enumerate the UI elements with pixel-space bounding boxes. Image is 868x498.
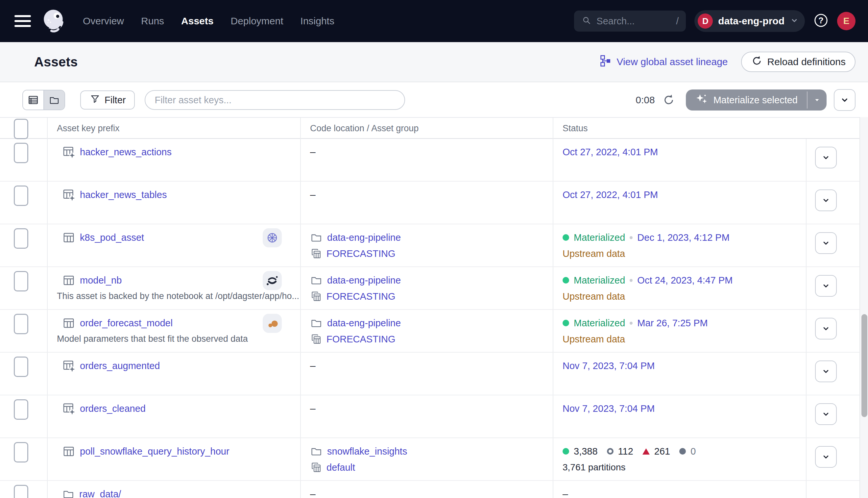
row-checkbox[interactable] — [14, 314, 28, 334]
hamburger-menu-icon[interactable] — [14, 15, 31, 27]
materialize-selected-button[interactable]: Materialize selected — [686, 90, 827, 110]
row-checkbox[interactable] — [14, 485, 28, 498]
expand-row-button[interactable] — [815, 189, 837, 211]
asset-key-link[interactable]: hacker_news_actions — [80, 147, 172, 158]
code-location-cell: – — [301, 353, 553, 395]
upstream-data-label: Upstream data — [563, 334, 625, 345]
view-global-asset-lineage-link[interactable]: View global asset lineage — [599, 54, 727, 70]
code-location-link[interactable]: data-eng-pipeline — [327, 318, 401, 329]
materialized-label: Materialized — [574, 275, 625, 286]
asset-key-link[interactable]: order_forecast_model — [80, 318, 173, 329]
asset-key-cell: k8s_pod_asset — [48, 224, 301, 266]
scrollbar-track[interactable] — [859, 117, 868, 498]
asset-group-link[interactable]: FORECASTING — [326, 291, 395, 302]
nav-item-runs[interactable]: Runs — [141, 15, 164, 27]
asset-key-link[interactable]: raw_data/ — [79, 489, 121, 498]
row-checkbox[interactable] — [14, 143, 28, 163]
status-line: MaterializedOct 24, 2023, 4:47 PM — [563, 272, 806, 289]
partitions-total-line: 3,761 partitions — [563, 460, 806, 475]
asset-key-link[interactable]: orders_augmented — [80, 361, 160, 371]
materialize-options-caret[interactable] — [807, 90, 827, 110]
asset-group-link[interactable]: FORECASTING — [326, 334, 395, 345]
expand-row-button[interactable] — [815, 147, 837, 168]
chevron-down-icon — [790, 16, 799, 26]
reload-definitions-button[interactable]: Reload definitions — [741, 52, 856, 72]
status-line: Oct 27, 2022, 4:01 PM — [563, 143, 806, 160]
row-select-cell — [0, 438, 48, 480]
status-cell: Oct 27, 2022, 4:01 PM — [553, 182, 806, 224]
status-cell: Nov 7, 2023, 7:04 PM — [553, 353, 806, 395]
expand-row-button[interactable] — [815, 446, 837, 468]
dagster-logo-icon[interactable] — [38, 6, 68, 36]
deployment-switcher[interactable]: D data-eng-prod — [694, 10, 805, 32]
partition-count: 0 — [691, 446, 696, 457]
asset-key-link[interactable]: orders_cleaned — [80, 403, 146, 414]
materialization-timestamp-link[interactable]: Dec 1, 2023, 4:12 PM — [637, 232, 730, 243]
materialization-timestamp-link[interactable]: Oct 27, 2022, 4:01 PM — [563, 189, 658, 200]
partition-counts-line: 3,3881122610 — [563, 443, 806, 460]
nav-item-assets[interactable]: Assets — [181, 15, 213, 27]
expand-row-button[interactable] — [815, 361, 837, 382]
status-line: MaterializedDec 1, 2023, 4:12 PM — [563, 229, 806, 246]
search-placeholder: Search... — [597, 16, 635, 27]
materialization-timestamp-link[interactable]: Oct 24, 2023, 4:47 PM — [637, 275, 733, 286]
asset-group-link[interactable]: default — [326, 462, 355, 473]
expand-row-button[interactable] — [815, 232, 837, 254]
collapse-all-button[interactable] — [834, 89, 855, 111]
materialization-timestamp-link[interactable]: Mar 26, 7:25 PM — [637, 318, 708, 329]
view-mode-toggle — [22, 90, 65, 110]
folder-view-button[interactable] — [43, 90, 65, 109]
row-checkbox[interactable] — [14, 442, 28, 462]
code-location-link[interactable]: data-eng-pipeline — [327, 275, 401, 286]
status-note-line: Upstream data — [563, 289, 806, 304]
expand-row-button[interactable] — [815, 275, 837, 297]
empty-value: – — [310, 186, 553, 203]
row-checkbox[interactable] — [14, 228, 28, 249]
materialization-timestamp-link[interactable]: Nov 7, 2023, 7:04 PM — [563, 361, 655, 371]
row-checkbox[interactable] — [14, 271, 28, 291]
assets-table: Asset key prefixCode location / Asset gr… — [0, 117, 859, 498]
row-checkbox[interactable] — [14, 399, 28, 420]
code-location-link[interactable]: snowflake_insights — [327, 446, 407, 457]
dot-green-icon — [563, 448, 569, 455]
filter-asset-keys-input[interactable] — [145, 90, 405, 110]
nav-item-deployment[interactable]: Deployment — [230, 15, 283, 27]
expand-row-button[interactable] — [815, 403, 837, 425]
partition-count: 261 — [654, 446, 670, 457]
filter-button[interactable]: Filter — [80, 90, 135, 109]
group-icon — [310, 333, 322, 345]
column-header-label: Status — [553, 123, 588, 133]
asset-key-cell: orders_cleaned — [48, 395, 301, 437]
partition-count: 112 — [618, 446, 633, 457]
asset-key-link[interactable]: hacker_news_tables — [80, 189, 167, 200]
code-location-link[interactable]: data-eng-pipeline — [327, 232, 401, 243]
asset-key-link[interactable]: k8s_pod_asset — [80, 232, 144, 243]
help-icon[interactable]: ? — [813, 13, 829, 29]
asset-key-link[interactable]: poll_snowflake_query_history_hour — [80, 446, 229, 457]
status-cell: Nov 7, 2023, 7:04 PM — [553, 395, 806, 437]
row-checkbox[interactable] — [14, 185, 28, 206]
asset-key-line: raw_data/ — [62, 485, 300, 498]
nav-item-insights[interactable]: Insights — [301, 15, 334, 27]
empty-value: – — [310, 485, 553, 498]
code-location-line: data-eng-pipeline — [310, 229, 553, 246]
asset-group-link[interactable]: FORECASTING — [326, 248, 395, 259]
nav-item-overview[interactable]: Overview — [83, 15, 124, 27]
expand-row-button[interactable] — [815, 318, 837, 339]
asset-key-line: hacker_news_actions — [62, 143, 300, 160]
global-search-input[interactable]: Search... / — [574, 11, 686, 31]
compute-kind-badge — [263, 228, 282, 247]
select-all-checkbox[interactable] — [14, 119, 28, 139]
refresh-icon[interactable] — [662, 93, 675, 107]
row-actions-cell — [806, 395, 859, 437]
flat-list-view-button[interactable] — [23, 90, 43, 109]
dot-gray-icon — [679, 448, 686, 455]
asset-key-link[interactable]: model_nb — [80, 275, 122, 286]
user-avatar[interactable]: E — [837, 12, 855, 30]
status-note-line: Upstream data — [563, 246, 806, 261]
materialization-timestamp-link[interactable]: Oct 27, 2022, 4:01 PM — [563, 147, 658, 158]
asset-key-line: orders_cleaned — [62, 400, 300, 417]
materialization-timestamp-link[interactable]: Nov 7, 2023, 7:04 PM — [563, 403, 655, 414]
scrollbar-thumb[interactable] — [862, 314, 867, 417]
row-checkbox[interactable] — [14, 356, 28, 377]
